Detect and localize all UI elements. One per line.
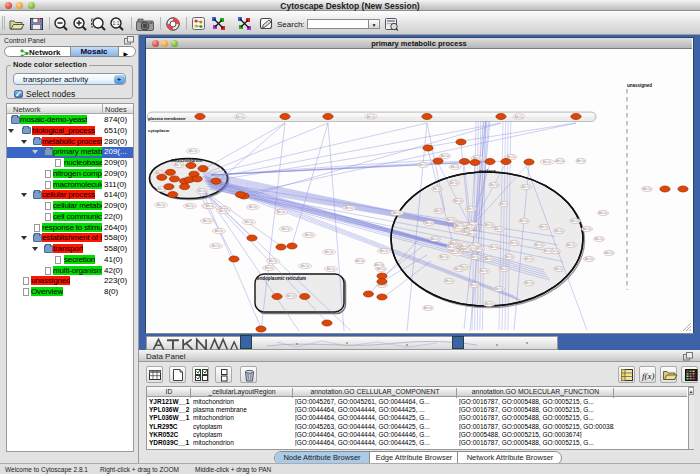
svg-text:Abc1p: Abc1p bbox=[380, 249, 389, 253]
svg-text:Abc1p: Abc1p bbox=[525, 281, 534, 285]
svg-text:Abc1p: Abc1p bbox=[447, 218, 456, 222]
svg-text:Abc1p: Abc1p bbox=[595, 237, 604, 241]
svg-text:Abc1p: Abc1p bbox=[510, 241, 519, 245]
svg-text:plasma membrane: plasma membrane bbox=[148, 116, 186, 121]
svg-text:f(x): f(x) bbox=[642, 371, 655, 381]
svg-text:Abc1p: Abc1p bbox=[393, 211, 402, 215]
svg-text:Abc1p: Abc1p bbox=[450, 181, 459, 185]
svg-text:Abc1p: Abc1p bbox=[345, 206, 354, 210]
svg-text:Abc1p: Abc1p bbox=[460, 244, 469, 248]
svg-text:Abc1p: Abc1p bbox=[215, 229, 224, 233]
svg-text:Abc1p: Abc1p bbox=[490, 183, 499, 187]
svg-text:Abc1p: Abc1p bbox=[471, 255, 480, 259]
svg-text:Abc1p: Abc1p bbox=[468, 232, 477, 236]
svg-text:Abc1p: Abc1p bbox=[287, 294, 296, 298]
svg-text:Abc1p: Abc1p bbox=[431, 237, 440, 241]
svg-text:Abc1p: Abc1p bbox=[203, 219, 212, 223]
svg-text:Abc1p: Abc1p bbox=[419, 163, 428, 167]
svg-text:Abc1p: Abc1p bbox=[605, 251, 614, 255]
svg-text:Abc1p: Abc1p bbox=[555, 267, 564, 271]
svg-text:Abc1p: Abc1p bbox=[522, 185, 531, 189]
svg-text:Abc1p: Abc1p bbox=[325, 250, 334, 254]
svg-text:Abc1p: Abc1p bbox=[485, 257, 494, 261]
svg-text:Abc1p: Abc1p bbox=[189, 149, 198, 153]
svg-text:Abc1p: Abc1p bbox=[571, 219, 580, 223]
svg-text:Abc1p: Abc1p bbox=[219, 209, 228, 213]
svg-text:Abc1p: Abc1p bbox=[367, 115, 376, 119]
svg-text:endoplasmic reticulum: endoplasmic reticulum bbox=[257, 276, 306, 281]
svg-text:Abc1p: Abc1p bbox=[424, 306, 433, 310]
svg-text:Abc1p: Abc1p bbox=[269, 259, 278, 263]
svg-text:Abc1p: Abc1p bbox=[466, 226, 475, 230]
svg-text:Abc1p: Abc1p bbox=[540, 225, 549, 229]
svg-text:Abc1p: Abc1p bbox=[455, 267, 464, 271]
svg-text:Abc1p: Abc1p bbox=[643, 187, 652, 191]
svg-text:Abc1p: Abc1p bbox=[327, 267, 336, 271]
svg-text:Abc1p: Abc1p bbox=[495, 287, 504, 291]
svg-text:Abc1p: Abc1p bbox=[520, 219, 529, 223]
svg-text:Abc1p: Abc1p bbox=[599, 211, 608, 215]
svg-text:Abc1p: Abc1p bbox=[500, 267, 509, 271]
svg-text:unassigned: unassigned bbox=[627, 83, 652, 88]
svg-text:Abc1p: Abc1p bbox=[490, 245, 499, 249]
svg-text:Abc1p: Abc1p bbox=[451, 165, 460, 169]
svg-text:Abc1p: Abc1p bbox=[480, 269, 489, 273]
svg-text:Abc1p: Abc1p bbox=[544, 249, 553, 253]
svg-text:Abc1p: Abc1p bbox=[282, 227, 291, 231]
svg-text:Abc1p: Abc1p bbox=[577, 159, 586, 163]
svg-text:Abc1p: Abc1p bbox=[245, 220, 254, 224]
svg-text:Abc1p: Abc1p bbox=[440, 255, 449, 259]
svg-text:Abc1p: Abc1p bbox=[485, 302, 494, 306]
svg-text:Abc1p: Abc1p bbox=[583, 227, 592, 231]
svg-text:Abc1p: Abc1p bbox=[425, 221, 434, 225]
svg-text:Abc1p: Abc1p bbox=[206, 204, 215, 208]
svg-text:Abc1p: Abc1p bbox=[555, 229, 564, 233]
svg-text:Abc1p: Abc1p bbox=[157, 203, 166, 207]
svg-text:Abc1p: Abc1p bbox=[467, 207, 476, 211]
svg-text:Abc1p: Abc1p bbox=[485, 223, 494, 227]
svg-text:Abc1p: Abc1p bbox=[186, 204, 195, 208]
svg-text:Abc1p: Abc1p bbox=[236, 115, 245, 119]
svg-text:Abc1p: Abc1p bbox=[375, 263, 384, 267]
svg-text:Abc1p: Abc1p bbox=[500, 202, 509, 206]
svg-text:Abc1p: Abc1p bbox=[470, 283, 479, 287]
svg-text:1:1: 1:1 bbox=[113, 20, 120, 26]
svg-text:Abc1p: Abc1p bbox=[456, 224, 465, 228]
svg-text:Abc1p: Abc1p bbox=[567, 243, 576, 247]
svg-text:Abc1p: Abc1p bbox=[585, 257, 594, 261]
svg-text:Abc1p: Abc1p bbox=[543, 160, 552, 164]
svg-text:Abc1p: Abc1p bbox=[454, 199, 463, 203]
svg-text:Abc1p: Abc1p bbox=[505, 255, 514, 259]
svg-text:Abc1p: Abc1p bbox=[212, 244, 221, 248]
svg-text:Abc1p: Abc1p bbox=[435, 209, 444, 213]
svg-text:Abc1p: Abc1p bbox=[301, 264, 310, 268]
svg-text:Abc1p: Abc1p bbox=[249, 205, 258, 209]
svg-text:Abc1p: Abc1p bbox=[447, 245, 456, 249]
svg-text:Abc1p: Abc1p bbox=[515, 115, 524, 119]
svg-text:Abc1p: Abc1p bbox=[433, 187, 442, 191]
svg-text:Abc1p: Abc1p bbox=[175, 163, 184, 167]
svg-text:Abc1p: Abc1p bbox=[305, 233, 314, 237]
svg-text:Abc1p: Abc1p bbox=[495, 227, 504, 231]
svg-text:Abc1p: Abc1p bbox=[556, 159, 565, 163]
svg-text:cytoplasm: cytoplasm bbox=[148, 128, 169, 133]
svg-text:Abc1p: Abc1p bbox=[535, 243, 544, 247]
svg-text:Abc1p: Abc1p bbox=[445, 279, 454, 283]
svg-text:Abc1p: Abc1p bbox=[525, 257, 534, 261]
svg-text:Abc1p: Abc1p bbox=[356, 259, 365, 263]
svg-text:Abc1p: Abc1p bbox=[441, 154, 450, 158]
svg-text:Abc1p: Abc1p bbox=[277, 210, 286, 214]
svg-text:Abc1p: Abc1p bbox=[265, 266, 274, 270]
svg-text:nucleus: nucleus bbox=[479, 169, 497, 174]
svg-text:Abc1p: Abc1p bbox=[198, 189, 207, 193]
